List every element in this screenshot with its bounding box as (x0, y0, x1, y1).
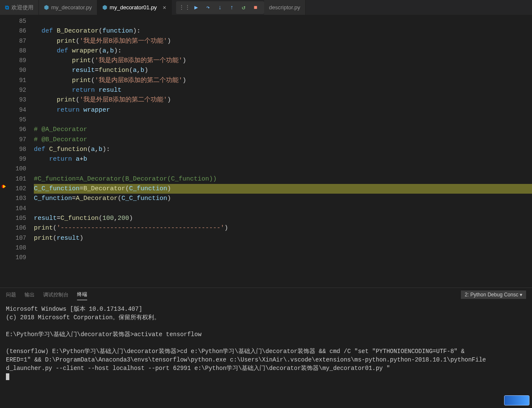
panel-tab-debug-console[interactable]: 调试控制台 (43, 290, 69, 300)
breakpoint-arrow-icon (2, 184, 7, 189)
tab-file2-label: my_decorator01.py (110, 4, 157, 11)
step-into-icon[interactable]: ↓ (215, 3, 225, 13)
panel-tabs: 问题 输出 调试控制台 终端 2: Python Debug Consc ▾ (0, 288, 532, 301)
panel-tab-terminal[interactable]: 终端 (77, 289, 87, 300)
tab-file3-label: descriptor.py (269, 4, 300, 11)
tab-welcome[interactable]: ⧉ 欢迎使用 (0, 0, 39, 15)
continue-icon[interactable]: ▶ (191, 3, 201, 13)
tab-file1-label: my_decorator.py (51, 4, 92, 11)
tab-file1[interactable]: ⬢ my_decorator.py (39, 0, 97, 15)
stop-icon[interactable]: ■ (251, 3, 261, 13)
step-over-icon[interactable]: ↷ (203, 3, 213, 13)
tab-file2[interactable]: ⬢ my_decorator01.py × (97, 0, 171, 15)
ime-badge (504, 395, 529, 405)
python-icon: ⬢ (102, 4, 107, 11)
tab-welcome-label: 欢迎使用 (11, 4, 33, 11)
breakpoint-gutter[interactable] (0, 15, 8, 288)
python-icon: ⬢ (44, 4, 49, 11)
terminal-output[interactable]: Microsoft Windows [版本 10.0.17134.407] (c… (0, 301, 532, 408)
restart-icon[interactable]: ↺ (239, 3, 249, 13)
tabs-bar: ⧉ 欢迎使用 ⬢ my_decorator.py ⬢ my_decorator0… (0, 0, 532, 15)
terminal-selector[interactable]: 2: Python Debug Consc ▾ (461, 290, 526, 299)
editor: 858687 888990 919293 949596 979899 10010… (0, 15, 532, 288)
panel-tab-problems[interactable]: 问题 (6, 290, 16, 300)
bottom-panel: 问题 输出 调试控制台 终端 2: Python Debug Consc ▾ M… (0, 288, 532, 408)
tab-file3[interactable]: descriptor.py (264, 0, 306, 15)
drag-handle-icon[interactable]: ⋮⋮ (179, 3, 190, 13)
debug-toolbar: ⋮⋮ ▶ ↷ ↓ ↑ ↺ ■ (176, 1, 264, 14)
line-numbers: 858687 888990 919293 949596 979899 10010… (8, 15, 34, 288)
terminal-cursor (6, 373, 9, 380)
vscode-icon: ⧉ (5, 4, 9, 11)
step-out-icon[interactable]: ↑ (227, 3, 237, 13)
code-area[interactable]: def B_Decorator(function): print('我是外层B添… (34, 15, 532, 288)
panel-tab-output[interactable]: 输出 (25, 290, 35, 300)
close-icon[interactable]: × (163, 4, 166, 11)
